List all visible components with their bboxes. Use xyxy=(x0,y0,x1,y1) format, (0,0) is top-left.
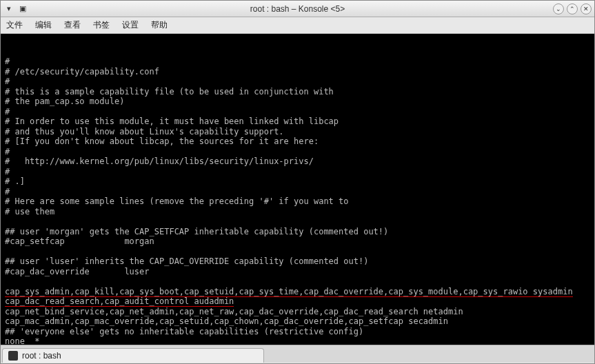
terminal-line: ## user 'morgan' gets the CAP_SETFCAP in… xyxy=(5,227,590,237)
terminal-line: # [If you don't know about libcap, the s… xyxy=(5,136,590,147)
close-button[interactable]: ✕ xyxy=(581,3,592,14)
terminal-line: cap_mac_admin,cap_mac_override,cap_setui… xyxy=(5,316,590,327)
menu-bookmarks[interactable]: 书签 xyxy=(93,19,110,31)
terminal-line: # xyxy=(5,107,590,117)
minimize-button[interactable]: ⌄ xyxy=(553,3,564,14)
terminal-line: # .] xyxy=(5,176,590,187)
konsole-window: ▾ ▣ root : bash – Konsole <5> ⌄ ⌃ ✕ 文件 编… xyxy=(0,0,595,364)
titlebar[interactable]: ▾ ▣ root : bash – Konsole <5> ⌄ ⌃ ✕ xyxy=(1,1,594,17)
terminal-line: # In order to use this module, it must h… xyxy=(5,117,590,127)
terminal-line: ## 'everyone else' gets no inheritable c… xyxy=(5,327,590,337)
menu-file[interactable]: 文件 xyxy=(6,19,23,31)
terminal-line: cap_sys_admin,cap_kill,cap_sys_boot,cap_… xyxy=(5,287,590,297)
terminal-line xyxy=(5,247,590,257)
terminal-line: # use them xyxy=(5,207,590,217)
maximize-button[interactable]: ⌃ xyxy=(567,3,578,14)
terminal-line: # xyxy=(5,147,590,157)
terminal-line: #cap_dac_override luser xyxy=(5,267,590,277)
terminal-line: # Here are some sample lines (remove the… xyxy=(5,196,590,207)
terminal-line: # http://www.kernel.org/pub/linux/libs/s… xyxy=(5,156,590,167)
menu-edit[interactable]: 编辑 xyxy=(35,19,52,31)
terminal-line: # xyxy=(5,77,590,87)
terminal-line xyxy=(5,216,590,227)
terminal-line: cap_dac_read_search,cap_audit_control au… xyxy=(5,296,590,307)
terminal-line: # this is a sample capability file (to b… xyxy=(5,87,590,97)
terminal-line: none * xyxy=(5,336,590,345)
terminal-content: ## /etc/security/capability.conf## this … xyxy=(5,57,590,345)
terminal-line: #cap_setfcap morgan xyxy=(5,236,590,247)
menu-settings[interactable]: 设置 xyxy=(122,19,139,31)
terminal-line: # xyxy=(5,57,590,67)
terminal-line: cap_net_bind_service,cap_net_admin,cap_n… xyxy=(5,307,590,317)
terminal-line: # xyxy=(5,167,590,177)
menu-help[interactable]: 帮助 xyxy=(151,19,168,31)
tabbar: root : bash xyxy=(1,345,594,363)
terminal-icon xyxy=(8,351,18,361)
app-menu-icon[interactable]: ▾ xyxy=(3,3,14,14)
terminal-line: # and thus you'll know about Linux's cap… xyxy=(5,127,590,137)
menubar: 文件 编辑 查看 书签 设置 帮助 xyxy=(1,17,594,34)
tab-label: root : bash xyxy=(22,351,61,361)
terminal-line: # xyxy=(5,187,590,197)
terminal-line: ## user 'luser' inherits the CAP_DAC_OVE… xyxy=(5,256,590,267)
app-icon: ▣ xyxy=(17,3,28,14)
menu-view[interactable]: 查看 xyxy=(64,19,81,31)
window-title: root : bash – Konsole <5> xyxy=(250,4,345,14)
terminal-line: # the pam_cap.so module) xyxy=(5,97,590,107)
tab-root-bash[interactable]: root : bash xyxy=(2,348,264,363)
terminal-viewport[interactable]: ## /etc/security/capability.conf## this … xyxy=(1,34,594,345)
terminal-line xyxy=(5,276,590,287)
terminal-line: # /etc/security/capability.conf xyxy=(5,67,590,77)
